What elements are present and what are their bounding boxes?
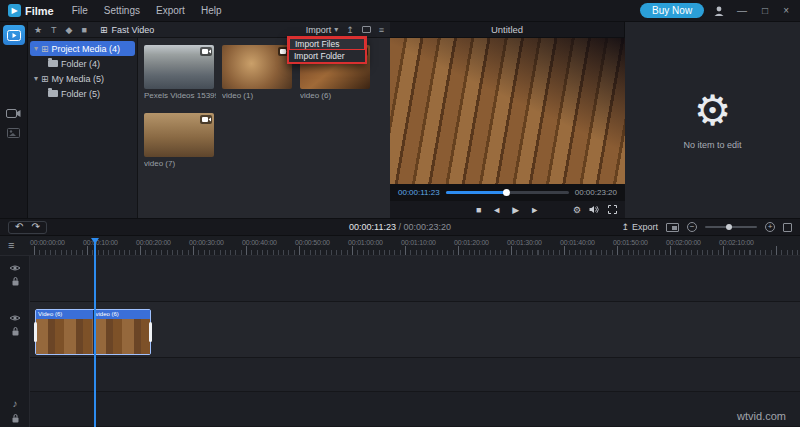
ruler-timestamp: 00:01:30:00	[507, 239, 560, 246]
redo-icon[interactable]: ↷	[31, 222, 39, 232]
ruler-timestamp: 00:00:30:00	[189, 239, 242, 246]
text-tool-icon[interactable]: T	[51, 25, 57, 35]
timeline-ruler[interactable]: ≡ 00:00:00:00 00:00:10:00 00:00:20:00 00…	[0, 237, 800, 256]
ruler-timestamp: 00:01:00:00	[348, 239, 401, 246]
timecode-separator: /	[396, 222, 404, 232]
minimize-icon[interactable]: —	[734, 5, 750, 16]
left-tool-strip	[0, 22, 28, 218]
video-frame	[390, 38, 625, 184]
chevron-down-icon: ▾	[334, 25, 338, 34]
media-item[interactable]: video (1)	[222, 45, 294, 100]
ruler-timestamp: 00:01:40:00	[560, 239, 613, 246]
next-frame-icon[interactable]: ►	[530, 205, 539, 215]
seekbar-thumb[interactable]	[503, 189, 510, 196]
media-tree-panel: ▾ ⊞ Project Media (4) Folder (4) ▾ ⊞ My …	[28, 38, 138, 218]
menu-item-import-files[interactable]: Import Files	[289, 38, 365, 50]
stop-icon[interactable]: ■	[476, 205, 481, 215]
track1-controls	[0, 264, 30, 286]
filme-logo-icon: ▶	[8, 4, 21, 17]
total-time: 00:00:23:20	[575, 188, 617, 197]
track-menu-icon[interactable]: ≡	[8, 239, 14, 251]
tree-item-project-media[interactable]: ▾ ⊞ Project Media (4)	[30, 41, 135, 56]
preview-seekbar[interactable]	[446, 191, 569, 194]
lock-icon[interactable]	[11, 326, 20, 336]
media-item[interactable]: Pexels Videos 1539953	[144, 45, 216, 100]
media-grid: Pexels Videos 1539953 video (1) video (6…	[138, 38, 390, 218]
device-icon[interactable]	[362, 26, 371, 33]
lock-icon[interactable]	[11, 276, 20, 286]
lock-icon[interactable]	[11, 413, 20, 423]
account-icon[interactable]	[713, 5, 725, 17]
timeline-clip-group[interactable]: Video (6) video (6)	[35, 309, 151, 355]
upload-to-device-icon[interactable]: ↥	[346, 25, 354, 35]
previous-frame-icon[interactable]: ◄	[492, 205, 501, 215]
play-icon[interactable]: ▶	[512, 205, 519, 215]
buy-now-button[interactable]: Buy Now	[640, 3, 704, 18]
tree-item-my-media[interactable]: ▾ ⊞ My Media (5)	[30, 71, 135, 86]
fit-timeline-icon[interactable]	[783, 223, 792, 232]
elements-icon[interactable]: ■	[82, 25, 87, 35]
pip-icon[interactable]	[666, 223, 679, 232]
video-preview[interactable]	[390, 38, 625, 184]
playhead[interactable]	[94, 238, 96, 427]
folder-icon	[48, 60, 58, 67]
gear-icon: ⚙	[694, 90, 732, 132]
import-dropdown-button[interactable]: Import ▾	[306, 25, 339, 35]
track-audio[interactable]	[30, 392, 800, 427]
menu-file[interactable]: File	[64, 5, 96, 16]
clip-thumbnails	[36, 319, 93, 354]
close-icon[interactable]: ×	[780, 5, 792, 16]
ruler-timestamp: 00:02:00:00	[666, 239, 719, 246]
timeline-clip[interactable]: Video (6)	[36, 310, 94, 354]
track-overlay[interactable]	[30, 256, 800, 302]
zoom-slider-thumb[interactable]	[726, 224, 732, 230]
ruler-timestamp: 00:00:00:00	[30, 239, 83, 246]
maximize-icon[interactable]: □	[759, 5, 771, 16]
menu-settings[interactable]: Settings	[96, 5, 148, 16]
effects-icon[interactable]: ★	[34, 25, 42, 35]
menu-help[interactable]: Help	[193, 5, 230, 16]
zoom-in-icon[interactable]: +	[765, 222, 775, 232]
fullscreen-icon[interactable]	[608, 205, 617, 214]
transition-icon[interactable]: ◆	[66, 25, 73, 35]
grid-view-icon: ⊞	[100, 25, 108, 35]
track-extra[interactable]	[30, 358, 800, 392]
export-button[interactable]: ↥ Export	[621, 222, 658, 232]
media-thumbnail[interactable]	[144, 113, 214, 157]
clip-thumbnails	[94, 319, 151, 354]
timeline-clip[interactable]: video (6)	[94, 310, 151, 354]
volume-icon[interactable]	[589, 205, 600, 214]
image-icon[interactable]	[7, 128, 20, 138]
tree-item-folder-5[interactable]: Folder (5)	[30, 86, 135, 101]
audio-track-controls: ♪	[0, 398, 30, 423]
ruler-major-ticks	[34, 246, 800, 255]
eye-icon[interactable]	[9, 314, 21, 322]
ruler-timestamp: 00:02:10:00	[719, 239, 772, 246]
menu-item-import-folder[interactable]: Import Folder	[289, 50, 365, 62]
preview-settings-icon[interactable]: ⚙	[573, 205, 581, 215]
preview-title: Untitled	[390, 22, 624, 38]
media-thumbnail[interactable]	[222, 45, 292, 89]
undo-icon[interactable]: ↶	[15, 222, 23, 232]
sort-list-icon[interactable]: ≡	[379, 25, 384, 35]
timeline-zoom-slider[interactable]	[705, 226, 757, 228]
media-thumbnail[interactable]	[144, 45, 214, 89]
tree-item-label: My Media (5)	[52, 74, 105, 84]
fast-video-label: Fast Video	[111, 25, 154, 35]
camera-icon[interactable]	[6, 107, 21, 118]
caret-down-icon[interactable]: ▾	[34, 74, 38, 83]
menu-export[interactable]: Export	[148, 5, 193, 16]
fast-video-tab[interactable]: ⊞ Fast Video	[100, 25, 154, 35]
tree-item-folder-4[interactable]: Folder (4)	[30, 56, 135, 71]
empty-state-text: No item to edit	[683, 140, 741, 150]
seekbar-fill	[446, 191, 506, 194]
eye-icon[interactable]	[9, 264, 21, 272]
properties-panel: ⚙ No item to edit	[625, 22, 800, 218]
timeline-toolbar: ↶ ↷ 00:00:11:23 / 00:00:23:20 ↥ Export −…	[0, 218, 800, 236]
zoom-out-icon[interactable]: −	[687, 222, 697, 232]
media-library-icon[interactable]	[3, 25, 25, 45]
caret-down-icon[interactable]: ▾	[34, 44, 38, 53]
media-item-label: video (7)	[144, 159, 216, 168]
media-item[interactable]: video (7)	[144, 113, 216, 168]
track2-controls	[0, 314, 30, 336]
